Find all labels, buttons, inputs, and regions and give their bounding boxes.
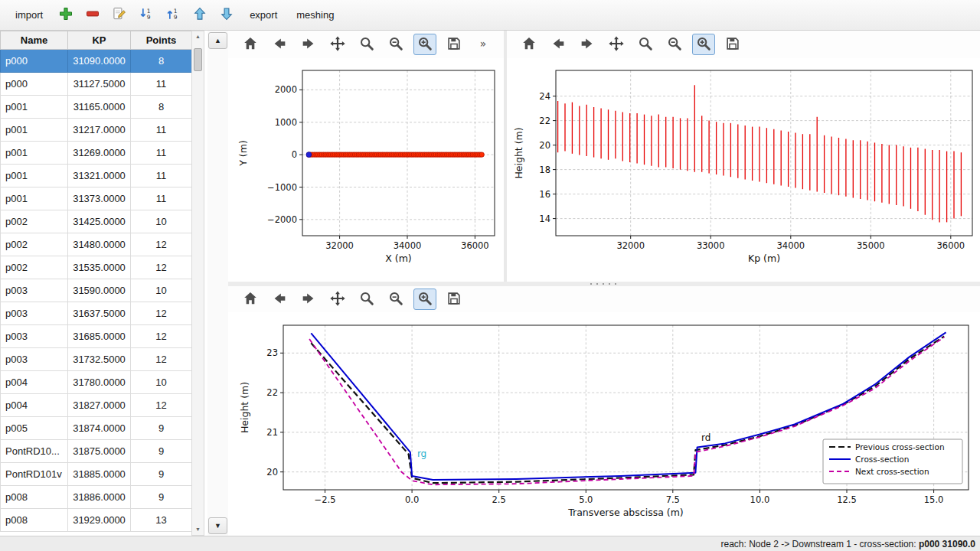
kp-cell[interactable]: 31929.0000 bbox=[68, 509, 131, 532]
name-cell[interactable]: p005 bbox=[1, 417, 68, 440]
kp-cell[interactable]: 31886.0000 bbox=[68, 486, 131, 509]
zoom-out-button[interactable] bbox=[384, 34, 407, 55]
meshing-button[interactable]: meshing bbox=[289, 5, 341, 25]
table-row[interactable]: p00131373.000011 bbox=[1, 187, 192, 210]
table-scrollbar[interactable]: ▲ ▼ bbox=[191, 31, 204, 536]
table-row[interactable]: p00331590.000010 bbox=[1, 279, 192, 302]
kp-cell[interactable]: 31321.0000 bbox=[68, 165, 131, 187]
table-row[interactable]: p00131269.000011 bbox=[1, 142, 192, 165]
back-button[interactable] bbox=[268, 289, 291, 310]
table-row[interactable]: PontRD10...31875.00009 bbox=[1, 440, 192, 463]
table-row[interactable]: p00331685.000012 bbox=[1, 325, 192, 348]
table-row[interactable]: p00231535.000012 bbox=[1, 256, 192, 279]
name-cell[interactable]: p001 bbox=[1, 165, 68, 187]
longitudinal-profile-plot[interactable]: 3200033000340003500036000141618202224Kp … bbox=[507, 58, 980, 282]
home-button[interactable] bbox=[239, 34, 262, 55]
column-header-name[interactable]: Name bbox=[1, 31, 68, 50]
points-cell[interactable]: 9 bbox=[131, 486, 192, 509]
kp-cell[interactable]: 31535.0000 bbox=[68, 256, 131, 279]
xy-plot[interactable]: 320003400036000−2000−1000010002000X (m)Y… bbox=[228, 58, 504, 282]
zoom-out-button[interactable] bbox=[663, 34, 686, 55]
table-row[interactable]: p00131321.000011 bbox=[1, 165, 192, 187]
more-button[interactable]: » bbox=[472, 34, 495, 55]
home-button[interactable] bbox=[239, 289, 262, 310]
kp-cell[interactable]: 31127.5000 bbox=[68, 73, 131, 96]
points-cell[interactable]: 9 bbox=[131, 463, 192, 486]
back-button[interactable] bbox=[268, 34, 291, 55]
horizontal-splitter[interactable] bbox=[228, 282, 980, 286]
name-cell[interactable]: p004 bbox=[1, 394, 68, 417]
back-button[interactable] bbox=[547, 34, 570, 55]
kp-cell[interactable]: 31217.0000 bbox=[68, 119, 131, 142]
name-cell[interactable]: p000 bbox=[1, 50, 68, 73]
zoom-out-button[interactable] bbox=[384, 289, 407, 310]
forward-button[interactable] bbox=[297, 34, 320, 55]
points-cell[interactable]: 8 bbox=[131, 96, 192, 119]
points-cell[interactable]: 8 bbox=[131, 50, 192, 73]
points-cell[interactable]: 13 bbox=[131, 509, 192, 532]
table-row[interactable]: p00431827.000012 bbox=[1, 394, 192, 417]
name-cell[interactable]: p003 bbox=[1, 325, 68, 348]
zoom-in-button[interactable] bbox=[692, 34, 715, 55]
kp-cell[interactable]: 31732.5000 bbox=[68, 348, 131, 371]
kp-cell[interactable]: 31269.0000 bbox=[68, 142, 131, 165]
table-row[interactable]: p00431780.000010 bbox=[1, 371, 192, 394]
move-up-button[interactable] bbox=[188, 4, 211, 27]
points-cell[interactable]: 9 bbox=[131, 440, 192, 463]
import-button[interactable]: import bbox=[8, 5, 51, 25]
add-button[interactable] bbox=[54, 4, 77, 27]
cross-section-plot[interactable]: −2.50.02.55.07.510.012.515.020212223Tran… bbox=[228, 312, 980, 536]
name-cell[interactable]: p003 bbox=[1, 279, 68, 302]
pan-button[interactable] bbox=[326, 34, 349, 55]
points-cell[interactable]: 12 bbox=[131, 348, 192, 371]
kp-cell[interactable]: 31090.0000 bbox=[68, 50, 131, 73]
scroll-up-button[interactable]: ▲ bbox=[208, 32, 227, 49]
points-cell[interactable]: 11 bbox=[131, 73, 192, 96]
sort-asc-button[interactable]: 19 bbox=[162, 4, 185, 27]
table-row[interactable]: p00831886.00009 bbox=[1, 486, 192, 509]
points-cell[interactable]: 11 bbox=[131, 119, 192, 142]
table-row[interactable]: p00531874.00009 bbox=[1, 417, 192, 440]
table-row[interactable]: p00031090.00008 bbox=[1, 50, 192, 73]
name-cell[interactable]: PontRD101v bbox=[1, 463, 68, 486]
table-row[interactable]: PontRD101v31885.00009 bbox=[1, 463, 192, 486]
name-cell[interactable]: p002 bbox=[1, 210, 68, 233]
points-cell[interactable]: 12 bbox=[131, 233, 192, 256]
name-cell[interactable]: p001 bbox=[1, 96, 68, 119]
name-cell[interactable]: p002 bbox=[1, 256, 68, 279]
kp-cell[interactable]: 31590.0000 bbox=[68, 279, 131, 302]
kp-cell[interactable]: 31875.0000 bbox=[68, 440, 131, 463]
name-cell[interactable]: p003 bbox=[1, 302, 68, 325]
kp-cell[interactable]: 31874.0000 bbox=[68, 417, 131, 440]
zoom-button[interactable] bbox=[355, 34, 378, 55]
points-cell[interactable]: 10 bbox=[131, 371, 192, 394]
points-cell[interactable]: 11 bbox=[131, 142, 192, 165]
table-row[interactable]: p00131217.000011 bbox=[1, 119, 192, 142]
save-button[interactable] bbox=[443, 289, 466, 310]
points-cell[interactable]: 9 bbox=[131, 417, 192, 440]
points-cell[interactable]: 12 bbox=[131, 325, 192, 348]
zoom-in-button[interactable] bbox=[413, 289, 436, 310]
name-cell[interactable]: PontRD10... bbox=[1, 440, 68, 463]
zoom-button[interactable] bbox=[355, 289, 378, 310]
points-cell[interactable]: 12 bbox=[131, 256, 192, 279]
kp-cell[interactable]: 31637.5000 bbox=[68, 302, 131, 325]
kp-cell[interactable]: 31480.0000 bbox=[68, 233, 131, 256]
table-row[interactable]: p00231425.000010 bbox=[1, 210, 192, 233]
points-cell[interactable]: 12 bbox=[131, 302, 192, 325]
kp-cell[interactable]: 31165.0000 bbox=[68, 96, 131, 119]
sort-desc-button[interactable]: 19 bbox=[135, 4, 158, 27]
column-header-kp[interactable]: KP bbox=[68, 31, 131, 50]
scroll-up-icon[interactable]: ▲ bbox=[192, 31, 204, 42]
home-button[interactable] bbox=[518, 34, 541, 55]
scrollbar-thumb[interactable] bbox=[194, 48, 202, 71]
points-cell[interactable]: 12 bbox=[131, 394, 192, 417]
name-cell[interactable]: p008 bbox=[1, 486, 68, 509]
remove-button[interactable] bbox=[81, 4, 104, 27]
points-cell[interactable]: 11 bbox=[131, 187, 192, 210]
move-down-button[interactable] bbox=[215, 4, 238, 27]
save-button[interactable] bbox=[721, 34, 744, 55]
table-row[interactable]: p00231480.000012 bbox=[1, 233, 192, 256]
zoom-button[interactable] bbox=[634, 34, 657, 55]
edit-button[interactable] bbox=[108, 4, 131, 27]
